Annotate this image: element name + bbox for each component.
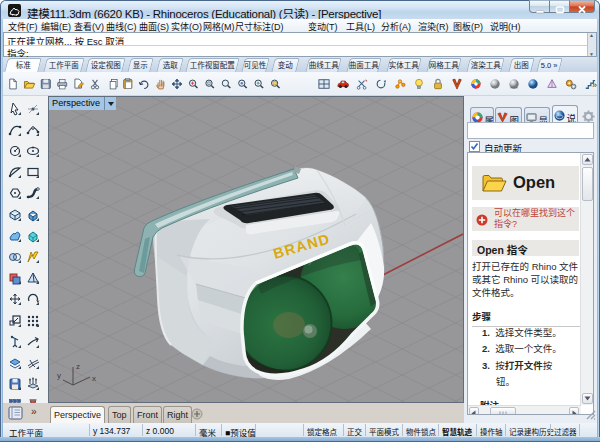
svg-text:z: z: [76, 362, 80, 371]
svg-text:y: y: [57, 371, 61, 380]
svg-text:»: »: [592, 80, 597, 90]
svg-text:x: x: [92, 374, 96, 383]
